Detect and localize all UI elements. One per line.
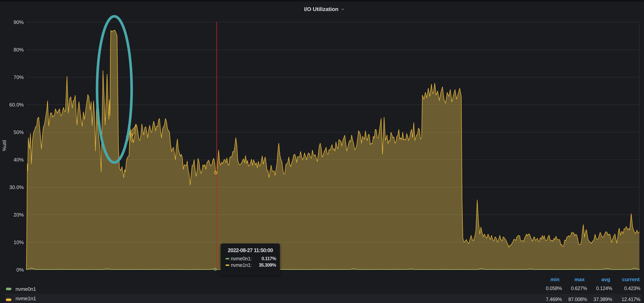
svg-text:30.0%: 30.0% xyxy=(9,184,24,190)
svg-text:20%: 20% xyxy=(14,212,24,218)
svg-text:80%: 80% xyxy=(14,47,24,53)
svg-text:0%: 0% xyxy=(16,267,24,273)
svg-text:70%: 70% xyxy=(14,74,24,80)
svg-text:60.0%: 60.0% xyxy=(9,102,24,108)
svg-text:10%: 10% xyxy=(14,239,24,245)
svg-text:40%: 40% xyxy=(14,157,24,163)
svg-text:50%: 50% xyxy=(14,129,24,135)
svg-text:%util: %util xyxy=(2,140,7,151)
svg-text:90%: 90% xyxy=(14,19,24,25)
